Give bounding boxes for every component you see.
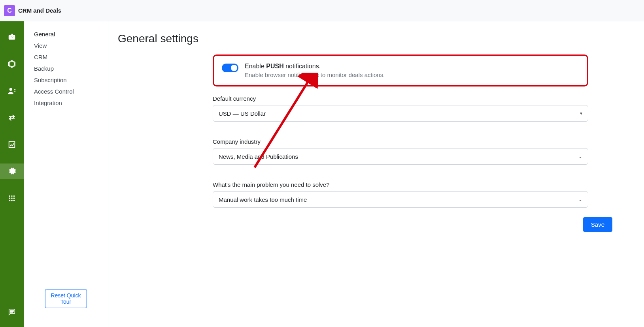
currency-label: Default currency bbox=[213, 95, 588, 102]
svg-point-2 bbox=[13, 195, 15, 197]
push-toggle[interactable] bbox=[222, 64, 238, 72]
push-title-bold: PUSH bbox=[266, 63, 283, 70]
currency-select[interactable]: USD — US Dollar ▾ bbox=[213, 105, 588, 122]
submenu-item-access-control[interactable]: Access Control bbox=[34, 88, 108, 95]
chevron-down-icon: ▾ bbox=[580, 111, 582, 116]
submenu-item-backup[interactable]: Backup bbox=[34, 65, 108, 72]
top-bar: C CRM and Deals bbox=[0, 0, 644, 21]
app-logo: C bbox=[4, 5, 15, 16]
page-heading: General settings bbox=[118, 32, 635, 45]
svg-point-0 bbox=[9, 195, 11, 197]
svg-point-5 bbox=[13, 197, 15, 199]
main-content: General settings Enable PUSH notificatio… bbox=[108, 21, 644, 327]
svg-point-6 bbox=[9, 200, 11, 201]
apps-icon[interactable] bbox=[0, 190, 24, 206]
save-button[interactable]: Save bbox=[583, 217, 612, 232]
industry-label: Company industry bbox=[213, 138, 588, 145]
settings-submenu: General View CRM Backup Subscription Acc… bbox=[24, 21, 108, 327]
chevron-down-icon: ⌄ bbox=[578, 154, 582, 159]
problem-select[interactable]: Manual work takes too much time ⌄ bbox=[213, 191, 588, 208]
industry-select[interactable]: News, Media and Publications ⌄ bbox=[213, 148, 588, 165]
problem-label: What's the main problem you need to solv… bbox=[213, 181, 588, 188]
svg-point-8 bbox=[13, 200, 15, 201]
gear-icon[interactable] bbox=[0, 164, 24, 179]
reset-quick-tour-button[interactable]: Reset Quick Tour bbox=[45, 289, 87, 308]
svg-point-7 bbox=[11, 200, 13, 201]
svg-point-3 bbox=[9, 197, 11, 199]
app-title: CRM and Deals bbox=[18, 7, 61, 14]
cube-icon[interactable] bbox=[0, 56, 24, 72]
svg-point-1 bbox=[11, 195, 13, 197]
icon-sidebar bbox=[0, 21, 24, 327]
svg-point-4 bbox=[11, 197, 13, 199]
submenu-item-subscription[interactable]: Subscription bbox=[34, 77, 108, 83]
submenu-item-crm[interactable]: CRM bbox=[34, 54, 108, 60]
contacts-icon[interactable] bbox=[0, 83, 24, 99]
push-title-after: notifications. bbox=[284, 63, 321, 70]
app-logo-letter: C bbox=[7, 7, 12, 14]
push-title-before: Enable bbox=[245, 63, 266, 70]
submenu-item-integration[interactable]: Integration bbox=[34, 100, 108, 106]
currency-value: USD — US Dollar bbox=[219, 110, 266, 117]
submenu-item-view[interactable]: View bbox=[34, 42, 108, 49]
problem-value: Manual work takes too much time bbox=[219, 196, 307, 203]
push-desc: Enable browser notifications to monitor … bbox=[245, 71, 385, 78]
industry-value: News, Media and Publications bbox=[219, 153, 298, 160]
chat-icon[interactable] bbox=[0, 304, 24, 320]
analytics-icon[interactable] bbox=[0, 137, 24, 152]
transfer-icon[interactable] bbox=[0, 110, 24, 126]
push-title: Enable PUSH notifications. bbox=[245, 63, 385, 70]
push-notifications-block: Enable PUSH notifications. Enable browse… bbox=[213, 54, 588, 86]
briefcase-icon[interactable] bbox=[0, 29, 24, 45]
chevron-down-icon: ⌄ bbox=[578, 197, 582, 202]
submenu-item-general[interactable]: General bbox=[34, 31, 108, 38]
